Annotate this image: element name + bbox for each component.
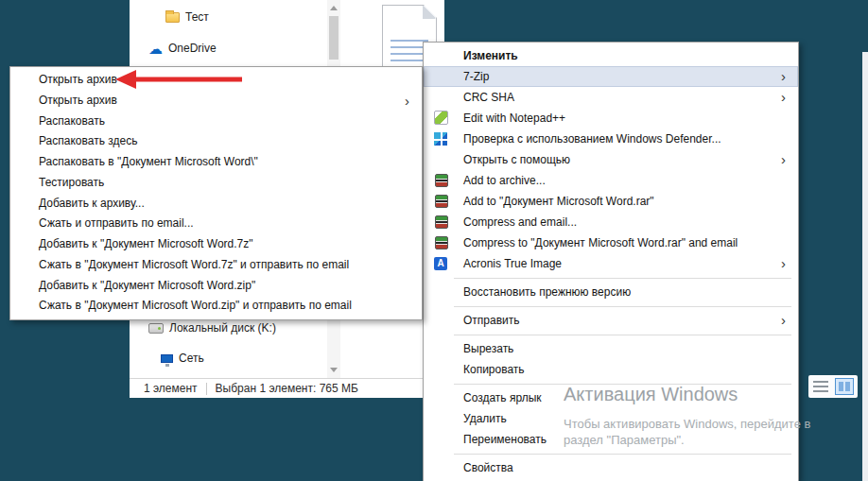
menu-item-edit[interactable]: Изменить: [424, 45, 798, 66]
menu-item-label: Открыть архив: [39, 94, 117, 107]
7zip-icon: [435, 215, 448, 229]
menu-separator: [424, 380, 798, 387]
annotation-arrow-icon: [113, 68, 246, 91]
sidebar-item-label: Тест: [185, 10, 209, 24]
menu-item-label: Add to archive...: [463, 174, 546, 187]
menu-item-copy[interactable]: Копировать: [424, 359, 798, 380]
menu-item-defender-scan[interactable]: Проверка с использованием Windows Defend…: [424, 129, 798, 149]
menu-item-properties[interactable]: Свойства: [424, 457, 798, 478]
thumbnails-view-icon[interactable]: [835, 378, 854, 395]
chevron-right-icon: ›: [781, 253, 786, 274]
menu-item-rename[interactable]: Переименовать: [424, 429, 798, 450]
submenu-item-extract-to-folder[interactable]: Распаковать в "Документ Microsoft Word\": [10, 152, 422, 173]
menu-item-label: Сжать в "Документ Microsoft Word.7z" и о…: [39, 258, 349, 271]
menu-item-label: Добавить к "Документ Microsoft Word.zip": [39, 279, 255, 292]
menu-item-send-to[interactable]: Отправить ›: [424, 310, 798, 331]
submenu-item-compress-and-email[interactable]: Сжать и отправить по email...: [10, 214, 422, 234]
submenu-item-add-to-archive[interactable]: Добавить к архиву...: [10, 194, 422, 215]
menu-item-label: CRC SHA: [463, 91, 514, 104]
chevron-right-icon: ›: [405, 91, 409, 112]
menu-item-label: Переименовать: [463, 433, 547, 446]
sidebar-item-test-folder[interactable]: Тест: [165, 9, 209, 25]
context-menu: Изменить 7-Zip › CRC SHA › Edit with Not…: [423, 42, 799, 481]
menu-item-7zip[interactable]: 7-Zip ›: [424, 66, 798, 87]
menu-item-label: Добавить к "Документ Microsoft Word.7z": [39, 237, 253, 250]
submenu-item-add-to-7z[interactable]: Добавить к "Документ Microsoft Word.7z": [10, 234, 422, 255]
menu-item-label: Распаковать в "Документ Microsoft Word\": [39, 155, 258, 168]
scroll-up-icon[interactable]: [330, 6, 338, 10]
chevron-right-icon: ›: [781, 87, 786, 108]
submenu-item-test[interactable]: Тестировать: [10, 173, 422, 194]
menu-item-crc-sha[interactable]: CRC SHA ›: [424, 87, 798, 108]
7zip-icon: [435, 236, 448, 249]
details-view-icon[interactable]: [813, 381, 828, 392]
menu-item-label: Копировать: [463, 363, 525, 376]
menu-item-label: Проверка с использованием Windows Defend…: [463, 132, 721, 146]
onedrive-cloud-icon: ☁: [148, 43, 163, 54]
menu-separator: [424, 274, 798, 282]
menu-item-label: Открыть с помощью: [463, 153, 570, 166]
windows-defender-icon: [434, 132, 447, 146]
7zip-icon: [435, 174, 448, 187]
window-edge-strip: [862, 52, 868, 481]
network-icon: [161, 354, 173, 363]
sidebar-item-label: Сеть: [179, 352, 204, 365]
folder-icon: [165, 12, 180, 23]
desktop: Тест ☁ OneDrive Локальный диск (K:) Сеть…: [0, 0, 868, 481]
menu-item-compress-to-rar-and-email[interactable]: Compress to "Документ Microsoft Word.rar…: [424, 232, 798, 253]
menu-item-label: Edit with Notepad++: [463, 112, 565, 125]
menu-item-label: Добавить к архиву...: [39, 197, 145, 210]
status-bar: 1 элемент Выбран 1 элемент: 765 МБ: [130, 378, 444, 398]
menu-item-label: Сжать и отправить по email...: [39, 216, 194, 230]
menu-item-label: Сжать в "Документ Microsoft Word.zip" и …: [39, 299, 352, 312]
chevron-right-icon: ›: [781, 310, 786, 331]
chevron-right-icon: ›: [781, 66, 786, 87]
menu-item-edit-with-notepadpp[interactable]: Edit with Notepad++: [424, 108, 798, 129]
menu-item-label: Тестировать: [39, 176, 104, 189]
7zip-submenu: Открыть архив Открыть архив › Распаковат…: [9, 66, 423, 320]
menu-item-label: Создать ярлык: [463, 391, 542, 404]
menu-item-label: Вырезать: [463, 342, 513, 355]
menu-item-label: Изменить: [463, 49, 518, 62]
submenu-item-extract[interactable]: Распаковать: [10, 112, 422, 132]
submenu-item-open-archive-as[interactable]: Открыть архив ›: [10, 91, 422, 112]
menu-item-add-to-archive[interactable]: Add to archive...: [424, 170, 798, 191]
view-toggle-group: [808, 375, 858, 398]
menu-item-label: Открыть архив: [39, 73, 117, 86]
drive-icon: [148, 323, 164, 334]
submenu-item-extract-here[interactable]: Распаковать здесь: [10, 131, 422, 152]
menu-separator: [424, 450, 798, 457]
scroll-down-icon[interactable]: [330, 368, 338, 372]
scrollbar-thumb[interactable]: [329, 16, 339, 60]
menu-item-label: Распаковать: [39, 114, 105, 128]
menu-item-open-with[interactable]: Открыть с помощью ›: [424, 149, 798, 170]
sidebar-item-network[interactable]: Сеть: [161, 351, 204, 366]
menu-item-label: Acronis True Image: [463, 257, 562, 270]
menu-item-restore-previous-version[interactable]: Восстановить прежнюю версию: [424, 282, 798, 302]
menu-item-label: Compress to "Документ Microsoft Word.rar…: [463, 236, 738, 249]
submenu-item-compress-7z-and-email[interactable]: Сжать в "Документ Microsoft Word.7z" и о…: [10, 255, 422, 276]
menu-item-delete[interactable]: Удалить: [424, 408, 798, 429]
menu-item-label: 7-Zip: [463, 70, 489, 83]
submenu-item-add-to-zip[interactable]: Добавить к "Документ Microsoft Word.zip": [10, 276, 422, 297]
menu-item-create-shortcut[interactable]: Создать ярлык: [424, 387, 798, 408]
sidebar-item-onedrive[interactable]: ☁ OneDrive: [148, 41, 217, 56]
menu-item-label: Compress and email...: [463, 215, 577, 229]
notepad-plus-plus-icon: [434, 111, 448, 125]
submenu-item-compress-zip-and-email[interactable]: Сжать в "Документ Microsoft Word.zip" и …: [10, 296, 422, 317]
menu-item-label: Add to "Документ Microsoft Word.rar": [463, 195, 654, 208]
sidebar-item-label: Локальный диск (K:): [169, 321, 276, 335]
menu-item-acronis-true-image[interactable]: Acronis True Image ›: [424, 253, 798, 274]
menu-item-compress-and-email[interactable]: Compress and email...: [424, 212, 798, 232]
sidebar-item-label: OneDrive: [168, 42, 217, 55]
menu-item-label: Отправить: [463, 314, 520, 327]
status-divider: [206, 383, 207, 395]
menu-item-label: Восстановить прежнюю версию: [463, 285, 631, 299]
7zip-icon: [435, 195, 448, 208]
menu-item-add-to-rar[interactable]: Add to "Документ Microsoft Word.rar": [424, 191, 798, 212]
menu-separator: [424, 302, 798, 310]
menu-item-cut[interactable]: Вырезать: [424, 338, 798, 359]
acronis-icon: [434, 257, 447, 270]
menu-separator: [424, 331, 798, 338]
sidebar-item-local-disk-k[interactable]: Локальный диск (K:): [148, 320, 276, 335]
